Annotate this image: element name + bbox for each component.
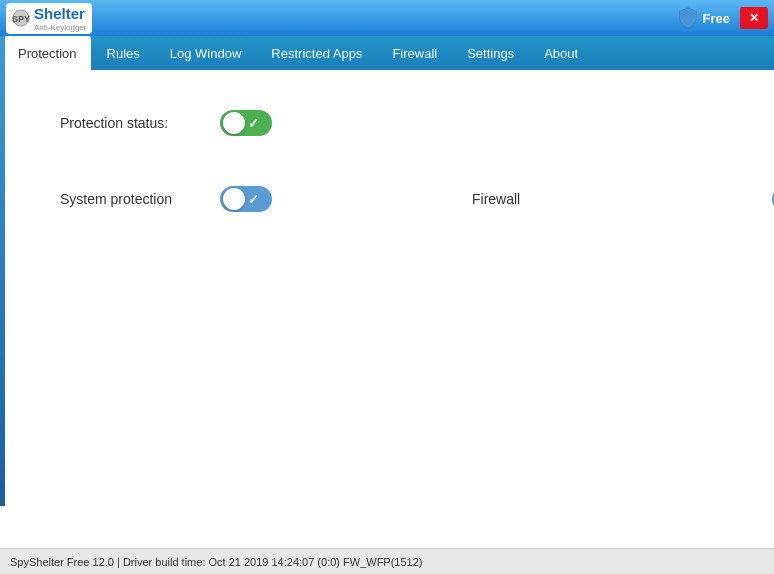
edition-badge: Free: [678, 7, 730, 29]
shelter-logo: Shelter: [34, 5, 85, 22]
tab-rules[interactable]: Rules: [93, 36, 154, 70]
tab-about[interactable]: About: [530, 36, 592, 70]
logo-box: SPY Shelter Anti-Keylogger: [6, 3, 92, 34]
anti-keylogger-label: Anti-Keylogger: [34, 23, 86, 32]
shield-icon: [678, 7, 698, 29]
tab-settings[interactable]: Settings: [453, 36, 528, 70]
firewall-item: Firewall ✓: [472, 186, 774, 212]
toggle-knob-sys: [223, 188, 245, 210]
main-content: Protection status: ✓ System protection ✓…: [0, 70, 774, 548]
toggle-check-sys: ✓: [248, 192, 259, 207]
spy-icon: SPY: [12, 9, 30, 27]
edition-label: Free: [703, 11, 730, 26]
protection-status-row: Protection status: ✓: [60, 110, 714, 136]
titlebar: SPY Shelter Anti-Keylogger Free ✕: [0, 0, 774, 36]
toggle-check-icon: ✓: [248, 116, 259, 131]
navbar: Protection Rules Log Window Restricted A…: [0, 36, 774, 70]
close-button[interactable]: ✕: [740, 7, 768, 29]
tab-restricted-apps[interactable]: Restricted Apps: [257, 36, 376, 70]
logo-text: Shelter Anti-Keylogger: [34, 5, 86, 32]
system-protection-label: System protection: [60, 191, 190, 207]
left-accent-bar: [0, 36, 5, 506]
tab-log-window[interactable]: Log Window: [156, 36, 256, 70]
firewall-label: Firewall: [472, 191, 602, 207]
statusbar-text: SpyShelter Free 12.0 | Driver build time…: [10, 556, 422, 568]
protection-options-row: System protection ✓ Firewall ✓: [60, 186, 714, 212]
protection-status-toggle[interactable]: ✓: [220, 110, 272, 136]
toggle-knob: [223, 112, 245, 134]
system-protection-item: System protection ✓: [60, 186, 272, 212]
statusbar: SpyShelter Free 12.0 | Driver build time…: [0, 548, 774, 574]
svg-text:SPY: SPY: [12, 14, 30, 24]
titlebar-left: SPY Shelter Anti-Keylogger: [6, 3, 92, 34]
system-protection-toggle[interactable]: ✓: [220, 186, 272, 212]
tab-firewall[interactable]: Firewall: [378, 36, 451, 70]
titlebar-right: Free ✕: [678, 7, 768, 29]
protection-status-label: Protection status:: [60, 115, 190, 131]
tab-protection[interactable]: Protection: [4, 36, 91, 70]
